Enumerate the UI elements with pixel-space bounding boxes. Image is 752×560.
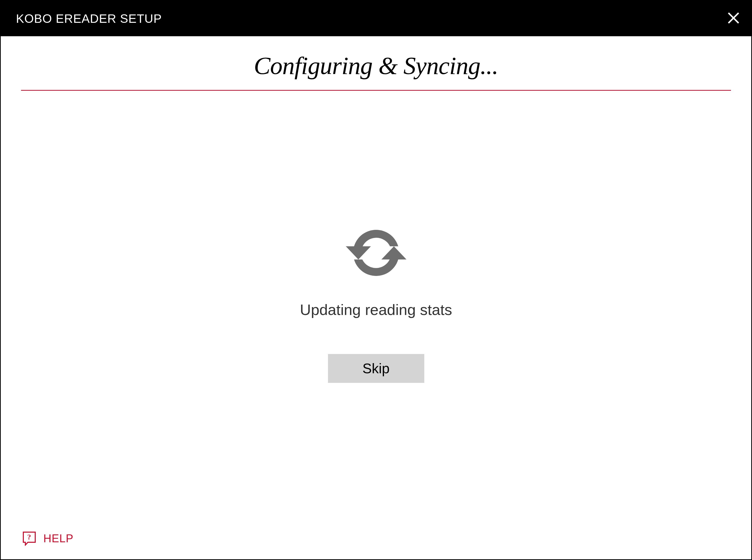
content-area: Configuring & Syncing... Updating readin… (1, 36, 751, 383)
skip-button[interactable]: Skip (328, 354, 424, 383)
close-icon (727, 12, 740, 25)
status-text: Updating reading stats (300, 301, 452, 319)
heading-underline (21, 90, 731, 91)
help-icon: ? (22, 532, 36, 545)
close-button[interactable] (726, 11, 741, 26)
sync-section: Updating reading stats Skip (21, 220, 731, 383)
sync-icon (343, 220, 409, 286)
help-label: HELP (43, 532, 74, 545)
help-button[interactable]: ? HELP (22, 532, 74, 545)
title-bar: KOBO EREADER SETUP (1, 1, 751, 36)
window-title: KOBO EREADER SETUP (16, 12, 162, 25)
svg-text:?: ? (27, 533, 31, 541)
page-heading: Configuring & Syncing... (21, 52, 731, 80)
